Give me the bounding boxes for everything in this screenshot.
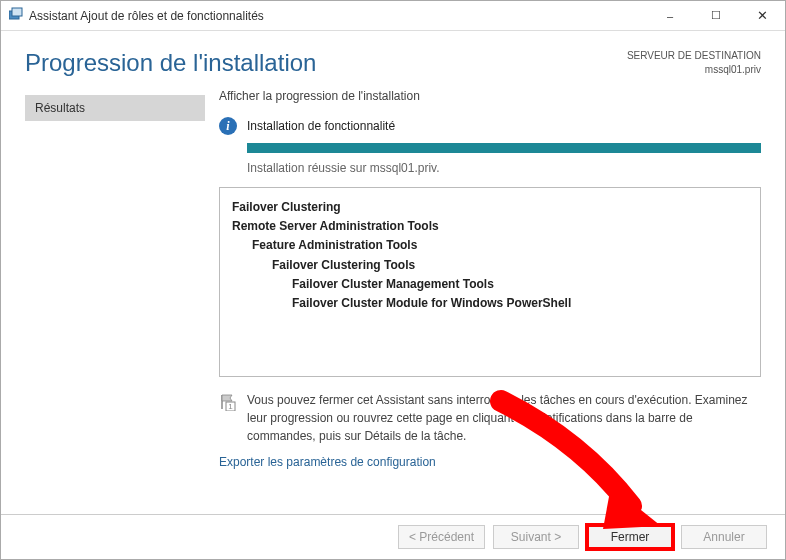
maximize-button[interactable]: ☐ <box>693 1 739 31</box>
feature-item: Failover Cluster Management Tools <box>232 275 748 294</box>
wizard-window: Assistant Ajout de rôles et de fonctionn… <box>0 0 786 560</box>
wizard-note-text: Vous pouvez fermer cet Assistant sans in… <box>247 391 761 445</box>
flag-icon: 1 <box>219 393 237 411</box>
window-title: Assistant Ajout de rôles et de fonctionn… <box>29 9 264 23</box>
info-icon: i <box>219 117 237 135</box>
wizard-header: Progression de l'installation SERVEUR DE… <box>1 31 785 89</box>
svg-rect-1 <box>12 8 22 16</box>
previous-button: < Précédent <box>398 525 485 549</box>
next-button: Suivant > <box>493 525 579 549</box>
destination-label: SERVEUR DE DESTINATION <box>627 49 761 63</box>
svg-text:1: 1 <box>228 402 233 411</box>
feature-item: Failover Cluster Module for Windows Powe… <box>232 294 748 313</box>
feature-item: Failover Clustering Tools <box>232 256 748 275</box>
wizard-footer: < Précédent Suivant > Fermer Annuler <box>1 514 785 559</box>
feature-item: Failover Clustering <box>232 198 748 217</box>
main-subhead: Afficher la progression de l'installatio… <box>219 89 761 103</box>
close-window-button[interactable]: ✕ <box>739 1 785 31</box>
titlebar: Assistant Ajout de rôles et de fonctionn… <box>1 1 785 31</box>
wizard-sidebar: Résultats <box>25 89 205 506</box>
progress-bar <box>247 143 761 153</box>
destination-value: mssql01.priv <box>627 63 761 77</box>
sidebar-step-results[interactable]: Résultats <box>25 95 205 121</box>
feature-item: Remote Server Administration Tools <box>232 217 748 236</box>
minimize-button[interactable]: – <box>647 1 693 31</box>
page-title: Progression de l'installation <box>25 49 316 77</box>
export-settings-link[interactable]: Exporter les paramètres de configuration <box>219 455 761 469</box>
close-button[interactable]: Fermer <box>587 525 673 549</box>
features-list: Failover ClusteringRemote Server Adminis… <box>219 187 761 377</box>
wizard-main: Afficher la progression de l'installatio… <box>205 89 761 506</box>
install-status-message: Installation réussie sur mssql01.priv. <box>247 161 761 175</box>
cancel-button: Annuler <box>681 525 767 549</box>
feature-item: Feature Administration Tools <box>232 236 748 255</box>
app-icon <box>9 7 23 24</box>
install-status-title: Installation de fonctionnalité <box>247 119 395 133</box>
